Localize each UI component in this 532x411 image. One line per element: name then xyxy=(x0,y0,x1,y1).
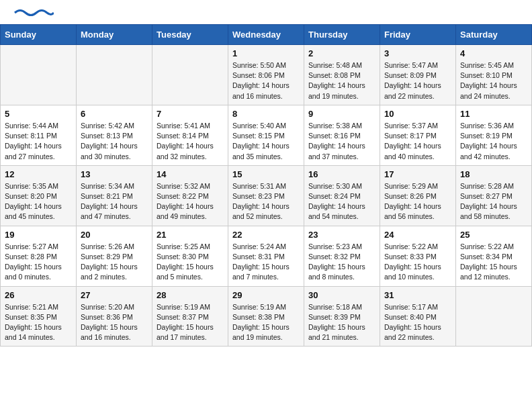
day-info: Sunrise: 5:47 AMSunset: 8:09 PMDaylight:… xyxy=(384,60,451,101)
day-header-sunday: Sunday xyxy=(1,25,77,45)
day-number: 14 xyxy=(157,169,224,179)
calendar-cell: 27Sunrise: 5:20 AMSunset: 8:36 PMDayligh… xyxy=(77,286,152,347)
calendar-cell: 15Sunrise: 5:31 AMSunset: 8:23 PMDayligh… xyxy=(228,165,304,226)
day-number: 4 xyxy=(460,48,527,58)
calendar-cell: 22Sunrise: 5:24 AMSunset: 8:31 PMDayligh… xyxy=(228,226,304,286)
day-info: Sunrise: 5:19 AMSunset: 8:37 PMDaylight:… xyxy=(157,302,224,343)
day-info: Sunrise: 5:29 AMSunset: 8:26 PMDaylight:… xyxy=(384,181,451,222)
calendar-cell: 13Sunrise: 5:34 AMSunset: 8:21 PMDayligh… xyxy=(77,165,152,226)
day-info: Sunrise: 5:31 AMSunset: 8:23 PMDaylight:… xyxy=(232,181,300,222)
calendar-cell: 3Sunrise: 5:47 AMSunset: 8:09 PMDaylight… xyxy=(380,45,456,105)
calendar-cell: 25Sunrise: 5:22 AMSunset: 8:34 PMDayligh… xyxy=(456,226,532,286)
calendar-cell: 17Sunrise: 5:29 AMSunset: 8:26 PMDayligh… xyxy=(380,165,456,226)
day-number: 28 xyxy=(157,290,224,300)
calendar-cell: 23Sunrise: 5:23 AMSunset: 8:32 PMDayligh… xyxy=(304,226,380,286)
calendar-week-row: 5Sunrise: 5:44 AMSunset: 8:11 PMDaylight… xyxy=(1,105,532,165)
day-number: 17 xyxy=(384,169,451,179)
day-info: Sunrise: 5:36 AMSunset: 8:19 PMDaylight:… xyxy=(460,121,527,162)
calendar-cell xyxy=(77,45,152,105)
day-number: 5 xyxy=(5,109,72,119)
day-number: 10 xyxy=(384,109,451,119)
day-info: Sunrise: 5:34 AMSunset: 8:21 PMDaylight:… xyxy=(81,181,148,222)
logo-wave-icon xyxy=(13,7,54,19)
day-info: Sunrise: 5:50 AMSunset: 8:06 PMDaylight:… xyxy=(232,60,300,101)
calendar-cell: 1Sunrise: 5:50 AMSunset: 8:06 PMDaylight… xyxy=(228,45,304,105)
day-number: 2 xyxy=(308,48,375,58)
day-number: 22 xyxy=(232,230,300,240)
day-number: 1 xyxy=(232,48,300,58)
day-info: Sunrise: 5:18 AMSunset: 8:39 PMDaylight:… xyxy=(308,302,375,343)
day-info: Sunrise: 5:38 AMSunset: 8:16 PMDaylight:… xyxy=(308,121,375,162)
calendar-cell: 5Sunrise: 5:44 AMSunset: 8:11 PMDaylight… xyxy=(1,105,77,165)
calendar-cell: 30Sunrise: 5:18 AMSunset: 8:39 PMDayligh… xyxy=(304,286,380,347)
calendar-cell: 7Sunrise: 5:41 AMSunset: 8:14 PMDaylight… xyxy=(152,105,228,165)
day-number: 19 xyxy=(5,230,72,240)
day-info: Sunrise: 5:44 AMSunset: 8:11 PMDaylight:… xyxy=(5,121,72,162)
day-info: Sunrise: 5:48 AMSunset: 8:08 PMDaylight:… xyxy=(308,60,375,101)
day-number: 26 xyxy=(5,290,72,300)
calendar-header-row: SundayMondayTuesdayWednesdayThursdayFrid… xyxy=(1,25,532,45)
calendar-cell: 11Sunrise: 5:36 AMSunset: 8:19 PMDayligh… xyxy=(456,105,532,165)
calendar-week-row: 26Sunrise: 5:21 AMSunset: 8:35 PMDayligh… xyxy=(1,286,532,347)
day-info: Sunrise: 5:42 AMSunset: 8:13 PMDaylight:… xyxy=(81,121,148,162)
calendar-cell: 18Sunrise: 5:28 AMSunset: 8:27 PMDayligh… xyxy=(456,165,532,226)
day-info: Sunrise: 5:22 AMSunset: 8:34 PMDaylight:… xyxy=(460,242,527,283)
day-number: 13 xyxy=(81,169,148,179)
calendar-cell: 14Sunrise: 5:32 AMSunset: 8:22 PMDayligh… xyxy=(152,165,228,226)
day-header-friday: Friday xyxy=(380,25,456,45)
calendar-cell: 10Sunrise: 5:37 AMSunset: 8:17 PMDayligh… xyxy=(380,105,456,165)
day-info: Sunrise: 5:28 AMSunset: 8:27 PMDaylight:… xyxy=(460,181,527,222)
logo xyxy=(13,9,54,19)
day-number: 6 xyxy=(81,109,148,119)
calendar-cell: 28Sunrise: 5:19 AMSunset: 8:37 PMDayligh… xyxy=(152,286,228,347)
day-info: Sunrise: 5:23 AMSunset: 8:32 PMDaylight:… xyxy=(308,242,375,283)
day-number: 30 xyxy=(308,290,375,300)
day-number: 18 xyxy=(460,169,527,179)
calendar-cell: 6Sunrise: 5:42 AMSunset: 8:13 PMDaylight… xyxy=(77,105,152,165)
page-header xyxy=(0,0,532,24)
calendar-cell xyxy=(456,286,532,347)
day-number: 21 xyxy=(157,230,224,240)
day-info: Sunrise: 5:17 AMSunset: 8:40 PMDaylight:… xyxy=(384,302,451,343)
day-header-wednesday: Wednesday xyxy=(228,25,304,45)
day-info: Sunrise: 5:22 AMSunset: 8:33 PMDaylight:… xyxy=(384,242,451,283)
day-number: 31 xyxy=(384,290,451,300)
calendar-table: SundayMondayTuesdayWednesdayThursdayFrid… xyxy=(0,24,532,347)
day-header-saturday: Saturday xyxy=(456,25,532,45)
day-info: Sunrise: 5:40 AMSunset: 8:15 PMDaylight:… xyxy=(232,121,300,162)
calendar-week-row: 19Sunrise: 5:27 AMSunset: 8:28 PMDayligh… xyxy=(1,226,532,286)
calendar-cell xyxy=(1,45,77,105)
day-header-tuesday: Tuesday xyxy=(152,25,228,45)
day-info: Sunrise: 5:45 AMSunset: 8:10 PMDaylight:… xyxy=(460,60,527,101)
calendar-cell: 4Sunrise: 5:45 AMSunset: 8:10 PMDaylight… xyxy=(456,45,532,105)
day-info: Sunrise: 5:35 AMSunset: 8:20 PMDaylight:… xyxy=(5,181,72,222)
day-info: Sunrise: 5:30 AMSunset: 8:24 PMDaylight:… xyxy=(308,181,375,222)
day-info: Sunrise: 5:24 AMSunset: 8:31 PMDaylight:… xyxy=(232,242,300,283)
calendar-cell: 29Sunrise: 5:19 AMSunset: 8:38 PMDayligh… xyxy=(228,286,304,347)
day-number: 16 xyxy=(308,169,375,179)
day-number: 12 xyxy=(5,169,72,179)
day-number: 25 xyxy=(460,230,527,240)
day-info: Sunrise: 5:26 AMSunset: 8:29 PMDaylight:… xyxy=(81,242,148,283)
calendar-cell: 21Sunrise: 5:25 AMSunset: 8:30 PMDayligh… xyxy=(152,226,228,286)
day-header-monday: Monday xyxy=(77,25,152,45)
day-number: 24 xyxy=(384,230,451,240)
day-info: Sunrise: 5:19 AMSunset: 8:38 PMDaylight:… xyxy=(232,302,300,343)
day-info: Sunrise: 5:32 AMSunset: 8:22 PMDaylight:… xyxy=(157,181,224,222)
calendar-cell: 20Sunrise: 5:26 AMSunset: 8:29 PMDayligh… xyxy=(77,226,152,286)
day-number: 7 xyxy=(157,109,224,119)
day-number: 20 xyxy=(81,230,148,240)
day-number: 3 xyxy=(384,48,451,58)
day-info: Sunrise: 5:20 AMSunset: 8:36 PMDaylight:… xyxy=(81,302,148,343)
calendar-cell xyxy=(152,45,228,105)
day-info: Sunrise: 5:25 AMSunset: 8:30 PMDaylight:… xyxy=(157,242,224,283)
calendar-cell: 2Sunrise: 5:48 AMSunset: 8:08 PMDaylight… xyxy=(304,45,380,105)
day-number: 8 xyxy=(232,109,300,119)
day-header-thursday: Thursday xyxy=(304,25,380,45)
calendar-week-row: 1Sunrise: 5:50 AMSunset: 8:06 PMDaylight… xyxy=(1,45,532,105)
calendar-week-row: 12Sunrise: 5:35 AMSunset: 8:20 PMDayligh… xyxy=(1,165,532,226)
calendar-cell: 24Sunrise: 5:22 AMSunset: 8:33 PMDayligh… xyxy=(380,226,456,286)
calendar-cell: 8Sunrise: 5:40 AMSunset: 8:15 PMDaylight… xyxy=(228,105,304,165)
day-number: 11 xyxy=(460,109,527,119)
day-info: Sunrise: 5:21 AMSunset: 8:35 PMDaylight:… xyxy=(5,302,72,343)
